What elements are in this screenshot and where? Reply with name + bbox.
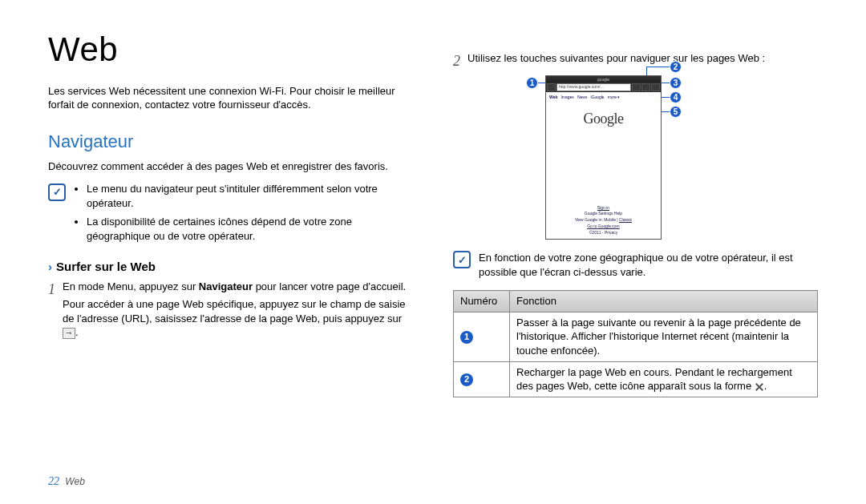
row-desc: Recharger la page Web en cours. Pendant … — [510, 361, 818, 397]
callout-badge-4: 4 — [670, 91, 682, 103]
intro-text: Les services Web nécessitent une connexi… — [48, 84, 413, 112]
go-arrow-icon: → — [63, 328, 75, 339]
page-title: Web — [48, 27, 413, 73]
note-box-right: ✓ En fonction de votre zone géographique… — [453, 249, 818, 279]
footer-goto: Go to Google.com — [546, 224, 661, 229]
step-text: . — [75, 326, 79, 338]
note-icon: ✓ — [48, 183, 66, 201]
toolbar-button — [641, 83, 650, 91]
step-text: pour lancer votre page d'accueil. — [253, 280, 406, 292]
table-header-numero: Numéro — [454, 291, 510, 312]
section-heading-navigateur: Navigateur — [48, 130, 413, 154]
footer-viewin: View Google in: Mobile | — [575, 217, 619, 222]
row-desc: Passer à la page suivante ou revenir à l… — [510, 312, 818, 361]
tab-igoogle: iGoogle — [590, 95, 604, 100]
row-badge-1: 1 — [460, 331, 473, 344]
table-row: 2 Recharger la page Web en cours. Pendan… — [454, 361, 818, 397]
step-text: Utilisez les touches suivantes pour navi… — [467, 51, 818, 66]
step-number: 1 — [48, 280, 63, 342]
step-bold: Navigateur — [199, 280, 253, 292]
section-desc: Découvrez comment accéder à des pages We… — [48, 159, 413, 174]
footer-viewin-classic: Classic — [619, 217, 632, 222]
toolbar-button — [632, 83, 641, 91]
row-desc-text: . — [764, 380, 767, 392]
note-icon: ✓ — [453, 251, 471, 268]
tab-more: more ▾ — [608, 95, 621, 100]
note-box-left: ✓ Le menu du navigateur peut s'intituler… — [48, 182, 413, 248]
cancel-icon — [755, 382, 764, 392]
url-field: http://www.google.com/... — [556, 83, 631, 91]
page-number: 22 — [48, 475, 59, 487]
callout-badge-1: 1 — [526, 77, 538, 89]
step-number: 2 — [453, 51, 467, 71]
browser-frame: google http://www.google.com/... Web Ima… — [545, 75, 662, 240]
browser-figure: 2 3 4 5 1 google http://www.google.com/.… — [545, 75, 682, 240]
step-text: Pour accéder à une page Web spécifique, … — [63, 298, 406, 325]
browser-titlebar: google — [546, 76, 661, 83]
page-footer: 22 Web — [48, 474, 85, 490]
reload-button — [651, 83, 660, 91]
callout-badge-3: 3 — [670, 77, 682, 89]
back-forward-button — [547, 83, 556, 91]
callout-badge-5: 5 — [670, 106, 682, 118]
google-footer: Sign in Google Settings Help View Google… — [546, 204, 661, 236]
step-text: En mode Menu, appuyez sur — [63, 280, 199, 292]
google-logo: Google — [546, 109, 661, 128]
subsection-heading: Surfer sur le Web — [48, 259, 413, 275]
note-item: Le menu du navigateur peut s'intituler d… — [87, 182, 413, 210]
tab-images: Images — [560, 95, 573, 100]
note-item: La disponibilité de certaines icônes dép… — [87, 215, 413, 243]
note-text: En fonction de votre zone géographique o… — [479, 249, 818, 279]
step-2: 2 Utilisez les touches suivantes pour na… — [453, 51, 818, 71]
table-row: 1 Passer à la page suivante ou revenir à… — [454, 312, 818, 361]
step-1: 1 En mode Menu, appuyez sur Navigateur p… — [48, 280, 413, 342]
browser-toolbar: http://www.google.com/... — [546, 83, 661, 92]
functions-table: Numéro Fonction 1 Passer à la page suiva… — [453, 290, 818, 397]
footer-signin: Sign in — [546, 205, 661, 211]
footer-links: Google Settings Help — [546, 211, 661, 216]
footer-section-name: Web — [65, 476, 84, 487]
tab-web: Web — [549, 95, 557, 100]
row-desc-text: Recharger la page Web en cours. Pendant … — [516, 366, 792, 393]
tab-news: News — [577, 95, 588, 100]
footer-legal: ©2011 - Privacy — [546, 230, 661, 236]
browser-tabs: Web Images News iGoogle more ▾ — [546, 92, 661, 103]
row-badge-2: 2 — [460, 373, 473, 386]
callout-badge-2: 2 — [670, 61, 682, 73]
table-header-fonction: Fonction — [510, 291, 818, 312]
